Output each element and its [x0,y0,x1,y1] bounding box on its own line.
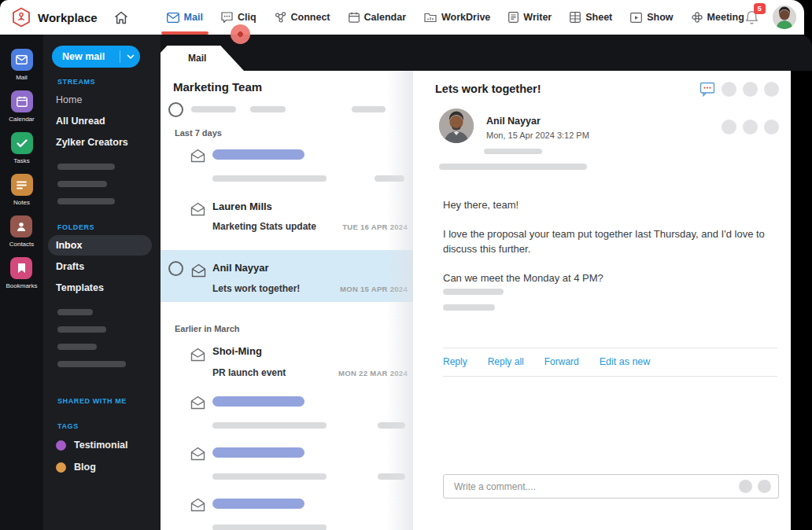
sidebar-item-inbox[interactable]: Inbox [48,235,152,256]
message-actions [722,120,779,134]
topnav-show[interactable]: Show [630,0,673,35]
show-icon [630,13,642,23]
email-row-skeleton[interactable] [161,393,413,432]
rail-item-bookmarks[interactable]: Bookmarks [6,257,37,289]
sidebar-skeleton [57,198,115,204]
email-row-shoi-ming[interactable]: Shoi-Ming PR launch event MON 22 MAR 202… [161,341,413,385]
email-row-skeleton[interactable] [161,444,413,484]
sidebar-skeleton [57,164,115,170]
mail-open-icon [190,263,207,278]
tasks-app-icon [11,132,33,154]
mail-sidebar: New mail STREAMS Home All Unread Zylker … [43,35,161,530]
toolbar-skeleton [352,106,386,112]
sidebar-item-drafts[interactable]: Drafts [48,256,152,277]
topnav-label: Show [647,12,673,23]
topnav-calendar[interactable]: Calendar [349,0,407,35]
sheet-icon [570,12,581,23]
sender-skeleton [212,396,304,407]
sidebar-item-home[interactable]: Home [48,90,152,110]
mail-panes: Marketing Team Last 7 days Lauren Mills [161,71,791,530]
calendar-app-icon [11,90,33,112]
email-row-anil-nayyar-selected[interactable]: Anil Nayyar Lets work together! MON 15 A… [161,250,413,302]
comment-tool-icon[interactable] [739,480,752,493]
rail-item-notes[interactable]: Notes [11,174,33,206]
chevron-down-icon[interactable] [120,50,140,63]
message-datetime: Mon, 15 Apr 2024 3:12 PM [486,131,589,140]
sender-avatar [439,109,474,143]
sender-skeleton [212,149,304,160]
content-area: Mail Marketing Team Last 7 days [161,35,812,530]
tag-color-dot [56,440,66,451]
topnav-sheet[interactable]: Sheet [570,0,612,35]
mail-app-icon [11,49,33,71]
select-all-checkbox[interactable] [168,102,183,117]
rail-item-contacts[interactable]: Contacts [9,215,35,248]
rail-label: Mail [16,74,28,81]
subject-skeleton [212,422,327,429]
topnav-writer[interactable]: Writer [508,0,552,35]
rail-item-mail[interactable]: Mail [11,49,33,81]
email-row-skeleton[interactable] [161,495,413,530]
streams-header: STREAMS [57,78,152,86]
rail-label: Calendar [9,116,34,123]
comment-input[interactable] [454,481,739,492]
rail-label: Bookmarks [6,282,37,289]
sidebar-item-zylker-creators[interactable]: Zylker Creators [48,132,152,153]
message-action-icon[interactable] [722,120,736,134]
folders-header: FOLDERS [57,223,152,231]
notifications-bell-icon[interactable]: 5 [744,9,759,25]
sidebar-skeleton [57,309,93,315]
message-action-icon[interactable] [764,120,779,134]
rail-item-tasks[interactable]: Tasks [11,132,33,164]
date-skeleton [375,175,404,182]
email-row-lauren-mills[interactable]: Lauren Mills Marketing Stats update TUE … [161,195,413,239]
body-paragraph: Hey there, team! [443,198,780,213]
email-checkbox[interactable] [168,261,183,276]
rail-label: Contacts [9,241,35,248]
divider [443,376,777,377]
brand-name: Workplace [38,11,98,24]
topnav-meeting[interactable]: Meeting [692,0,744,35]
rail-item-calendar[interactable]: Calendar [9,90,34,123]
topnav-label: Connect [291,12,330,23]
sidebar-skeleton [57,361,126,367]
email-row-skeleton[interactable] [161,146,413,186]
home-icon[interactable] [113,10,129,25]
date-skeleton [378,422,405,429]
sidebar-item-all-unread[interactable]: All Unread [48,111,152,131]
reading-pane: Lets work together! Anil Nayyar Mon, 15 … [413,71,791,530]
workplace-brand[interactable]: Workplace [11,7,98,28]
meeting-icon [692,12,703,23]
topnav-mail[interactable]: Mail [167,0,203,35]
topnav-label: Mail [184,12,203,23]
new-mail-button[interactable]: New mail [52,46,140,68]
mail-open-icon [190,348,206,362]
header-action-icon[interactable] [743,82,758,97]
forward-link[interactable]: Forward [544,356,579,367]
topnav-connect[interactable]: Connect [275,0,330,35]
user-avatar[interactable] [773,6,796,29]
tag-label: Testimonial [74,440,128,451]
reply-all-link[interactable]: Reply all [488,356,524,367]
message-action-icon[interactable] [743,120,758,134]
subject-skeleton [212,473,327,480]
sidebar-item-templates[interactable]: Templates [48,278,152,298]
topnav-workdrive[interactable]: WorkDrive [424,0,490,35]
edit-as-new-link[interactable]: Edit as new [600,356,651,367]
rail-label: Notes [13,199,30,206]
header-action-icon[interactable] [764,82,779,97]
header-action-icon[interactable] [722,82,736,97]
connect-icon [275,12,286,23]
tab-mail[interactable]: Mail [161,46,244,71]
email-subject: Lets work together! [212,283,300,294]
tag-item-testimonial[interactable]: Testimonial [48,434,152,456]
calendar-icon [349,12,360,23]
mail-open-icon [190,447,206,461]
tag-item-blog[interactable]: Blog [48,456,152,478]
comment-box [443,474,779,499]
reply-link[interactable]: Reply [443,356,467,367]
topnav-label: Calendar [364,12,407,23]
comment-bubble-icon[interactable] [699,81,715,97]
mail-open-icon [190,396,206,410]
comment-tool-icon[interactable] [758,480,771,493]
